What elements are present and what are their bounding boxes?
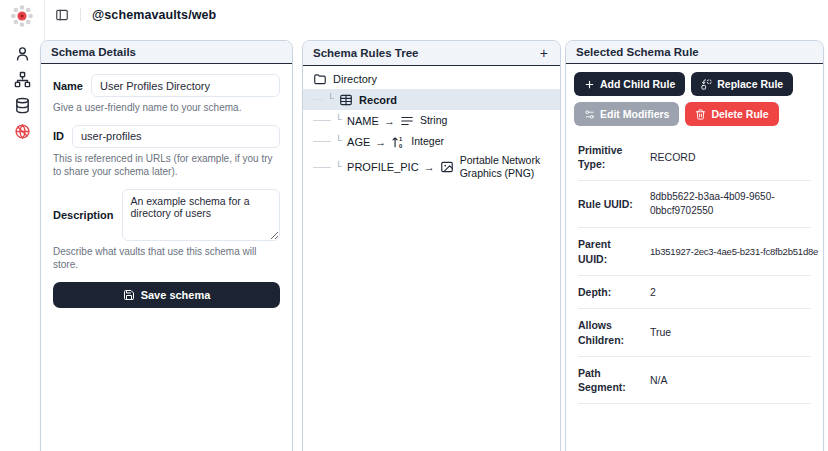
delete-rule-label: Delete Rule [711, 108, 768, 120]
sidebar [0, 0, 45, 451]
schema-details-title: Schema Details [51, 46, 136, 58]
rule-details-list: Primitive Type: RECORD Rule UUID: 8dbb56… [574, 134, 815, 404]
detail-row-primitive-type: Primitive Type: RECORD [578, 134, 811, 181]
tree-node-label: Record [359, 94, 397, 106]
detail-row-path-segment: Path Segment: N/A [578, 357, 811, 404]
tree-node-field-name[interactable]: └ NAME → String [303, 110, 560, 131]
topbar-divider [80, 8, 81, 22]
field-name: PROFILE_PIC [347, 161, 419, 173]
app-root: @schemavaults/web Schema Details Name Gi… [0, 0, 828, 451]
schema-details-header: Schema Details [41, 41, 292, 64]
field-type: Integer [411, 135, 444, 148]
maps-to-arrow: → [384, 115, 395, 127]
description-label: Description [53, 209, 114, 221]
detail-row-allows-children: Allows Children: True [578, 309, 811, 356]
selected-schema-rule-card: Selected Schema Rule Add Child Rule Repl [565, 40, 824, 451]
id-label: ID [53, 130, 64, 142]
org-chart-icon[interactable] [14, 71, 31, 88]
detail-value: N/A [650, 373, 811, 388]
detail-value: 1b351927-2ec3-4ae5-b231-fc8fb2b51d8e [650, 245, 818, 258]
tree-connector: └ [327, 93, 334, 104]
add-child-rule-label: Add Child Rule [600, 78, 675, 90]
name-help-text: Give a user-friendly name to your schema… [53, 101, 280, 115]
schemavaults-logo[interactable] [9, 3, 35, 29]
globe-off-icon[interactable] [14, 123, 31, 140]
image-icon [440, 160, 454, 174]
plus-icon [584, 79, 595, 90]
tree-guide-line [313, 167, 331, 168]
delete-rule-button[interactable]: Delete Rule [685, 102, 778, 126]
tree-node-label: Directory [333, 73, 377, 85]
user-icon[interactable] [14, 45, 31, 62]
schema-rules-tree-header: Schema Rules Tree + [303, 41, 560, 66]
schema-details-form: Name Give a user-friendly name to your s… [41, 64, 292, 318]
description-textarea[interactable]: An example schema for a directory of use… [122, 189, 280, 241]
svg-text:0: 0 [399, 142, 402, 148]
svg-text:1: 1 [399, 136, 403, 142]
rules-tree: Directory └ Record └ NAME → [303, 66, 560, 182]
description-help-text: Describe what vaults that use this schem… [53, 245, 280, 272]
detail-value: RECORD [650, 150, 811, 165]
replace-icon [701, 79, 712, 90]
tree-node-directory[interactable]: Directory [303, 68, 560, 89]
name-input[interactable] [91, 74, 280, 97]
sidebar-nav [14, 45, 31, 140]
tree-connector: └ [335, 114, 342, 125]
trash-icon [695, 109, 706, 120]
table-icon [339, 93, 353, 107]
detail-label: Primitive Type: [578, 143, 640, 171]
sort-numeric-up-icon: 1 0 [391, 135, 405, 149]
detail-label: Parent UUID: [578, 237, 640, 265]
id-help-text: This is referenced in URLs (for example,… [53, 152, 280, 179]
sliders-icon [584, 109, 595, 120]
panel-left-icon[interactable] [55, 8, 69, 22]
folder-icon [313, 72, 327, 86]
field-type: Portable Network Graphics (PNG) [460, 154, 552, 180]
save-icon [123, 289, 135, 301]
detail-value: 2 [650, 285, 811, 300]
field-type: String [420, 114, 447, 127]
add-rule-button[interactable]: + [538, 46, 550, 60]
field-name: AGE [347, 136, 370, 148]
detail-value: True [650, 325, 811, 340]
detail-row-parent-uuid: Parent UUID: 1b351927-2ec3-4ae5-b231-fc8… [578, 228, 811, 275]
detail-label: Rule UUID: [578, 197, 640, 211]
add-child-rule-button[interactable]: Add Child Rule [574, 72, 685, 96]
tree-node-field-age[interactable]: └ AGE → 1 0 Integer [303, 131, 560, 152]
tree-node-field-profile-pic[interactable]: └ PROFILE_PIC → Portable Network Graphic… [303, 152, 560, 182]
edit-modifiers-label: Edit Modifiers [600, 108, 669, 120]
detail-row-depth: Depth: 2 [578, 276, 811, 310]
text-lines-icon [400, 114, 414, 128]
app-title: @schemavaults/web [92, 8, 216, 22]
tree-connector: └ [335, 161, 342, 172]
tree-node-record[interactable]: └ Record [303, 89, 560, 110]
tree-guide-line [313, 141, 331, 142]
replace-rule-label: Replace Rule [717, 78, 783, 90]
save-schema-button[interactable]: Save schema [53, 282, 280, 308]
detail-label: Path Segment: [578, 366, 640, 394]
maps-to-arrow: → [375, 136, 386, 148]
detail-label: Depth: [578, 285, 640, 299]
database-icon[interactable] [14, 97, 31, 114]
detail-label: Allows Children: [578, 318, 640, 346]
tree-guide-line [313, 99, 323, 100]
selected-rule-title: Selected Schema Rule [576, 46, 699, 58]
save-schema-label: Save schema [141, 289, 211, 301]
replace-rule-button[interactable]: Replace Rule [691, 72, 793, 96]
schema-details-card: Schema Details Name Give a user-friendly… [40, 40, 293, 451]
edit-modifiers-button[interactable]: Edit Modifiers [574, 102, 679, 126]
field-name: NAME [347, 115, 379, 127]
schema-rules-tree-card: Schema Rules Tree + Directory └ [302, 40, 561, 451]
detail-value: 8dbb5622-b3aa-4b09-9650-0bbcf9702550 [650, 190, 811, 218]
rule-actions: Add Child Rule Replace Rule Edit Mo [574, 72, 815, 126]
selected-rule-header: Selected Schema Rule [566, 41, 823, 64]
tree-guide-line [313, 120, 331, 121]
topbar: @schemavaults/web [45, 0, 828, 30]
schema-rules-tree-title: Schema Rules Tree [313, 47, 418, 59]
tree-connector: └ [335, 135, 342, 146]
id-input[interactable] [72, 125, 280, 148]
detail-row-rule-uuid: Rule UUID: 8dbb5622-b3aa-4b09-9650-0bbcf… [578, 181, 811, 228]
name-label: Name [53, 80, 83, 92]
maps-to-arrow: → [424, 161, 435, 173]
